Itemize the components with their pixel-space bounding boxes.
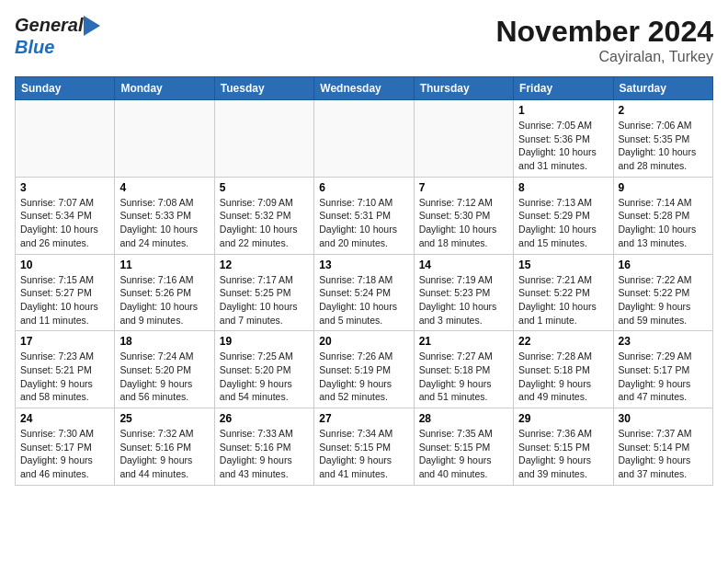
svg-marker-0 bbox=[84, 16, 100, 36]
calendar-cell: 6Sunrise: 7:10 AM Sunset: 5:31 PM Daylig… bbox=[314, 177, 414, 254]
day-info: Sunrise: 7:36 AM Sunset: 5:15 PM Dayligh… bbox=[518, 427, 608, 481]
calendar-week-2: 3Sunrise: 7:07 AM Sunset: 5:34 PM Daylig… bbox=[16, 177, 713, 254]
day-info: Sunrise: 7:09 AM Sunset: 5:32 PM Dayligh… bbox=[220, 196, 309, 250]
day-number: 22 bbox=[518, 335, 608, 348]
calendar-cell bbox=[115, 100, 214, 178]
calendar-cell: 14Sunrise: 7:19 AM Sunset: 5:23 PM Dayli… bbox=[414, 254, 513, 331]
day-number: 1 bbox=[518, 104, 608, 117]
day-info: Sunrise: 7:33 AM Sunset: 5:16 PM Dayligh… bbox=[220, 427, 309, 481]
day-number: 13 bbox=[319, 259, 408, 271]
day-number: 5 bbox=[220, 181, 309, 194]
calendar-cell: 28Sunrise: 7:35 AM Sunset: 5:15 PM Dayli… bbox=[414, 408, 513, 486]
day-info: Sunrise: 7:32 AM Sunset: 5:16 PM Dayligh… bbox=[119, 427, 209, 481]
weekday-header-monday: Monday bbox=[115, 77, 214, 100]
calendar-cell: 8Sunrise: 7:13 AM Sunset: 5:29 PM Daylig… bbox=[514, 177, 613, 254]
day-number: 30 bbox=[619, 412, 708, 425]
weekday-header-saturday: Saturday bbox=[613, 77, 712, 100]
calendar-cell: 12Sunrise: 7:17 AM Sunset: 5:25 PM Dayli… bbox=[214, 254, 313, 331]
calendar-cell: 13Sunrise: 7:18 AM Sunset: 5:24 PM Dayli… bbox=[314, 254, 414, 331]
day-number: 19 bbox=[220, 335, 309, 348]
day-number: 16 bbox=[619, 259, 708, 271]
day-number: 11 bbox=[119, 259, 209, 271]
page-header: General Blue November 2024 Cayiralan, Tu… bbox=[15, 15, 713, 65]
calendar-cell bbox=[16, 100, 115, 178]
day-info: Sunrise: 7:08 AM Sunset: 5:33 PM Dayligh… bbox=[119, 196, 209, 250]
day-number: 27 bbox=[319, 412, 408, 425]
logo-general: General bbox=[15, 15, 83, 36]
calendar-cell: 11Sunrise: 7:16 AM Sunset: 5:26 PM Dayli… bbox=[115, 254, 214, 331]
calendar-cell: 22Sunrise: 7:28 AM Sunset: 5:18 PM Dayli… bbox=[514, 331, 613, 408]
day-number: 3 bbox=[20, 181, 109, 194]
calendar-cell bbox=[414, 100, 513, 178]
day-number: 6 bbox=[319, 181, 408, 194]
day-number: 8 bbox=[518, 181, 608, 194]
day-number: 20 bbox=[319, 335, 408, 348]
day-number: 15 bbox=[518, 259, 608, 271]
calendar-cell bbox=[214, 100, 313, 178]
calendar-cell: 5Sunrise: 7:09 AM Sunset: 5:32 PM Daylig… bbox=[214, 177, 313, 254]
weekday-header-friday: Friday bbox=[514, 77, 613, 100]
day-number: 29 bbox=[518, 412, 608, 425]
day-number: 23 bbox=[619, 335, 708, 348]
logo-blue: Blue bbox=[15, 37, 54, 57]
calendar-cell: 26Sunrise: 7:33 AM Sunset: 5:16 PM Dayli… bbox=[214, 408, 313, 486]
day-number: 2 bbox=[619, 104, 708, 117]
calendar-header-row: SundayMondayTuesdayWednesdayThursdayFrid… bbox=[16, 77, 713, 100]
day-info: Sunrise: 7:23 AM Sunset: 5:21 PM Dayligh… bbox=[20, 350, 109, 404]
calendar-cell: 7Sunrise: 7:12 AM Sunset: 5:30 PM Daylig… bbox=[414, 177, 513, 254]
day-number: 17 bbox=[20, 335, 109, 348]
calendar-week-4: 17Sunrise: 7:23 AM Sunset: 5:21 PM Dayli… bbox=[16, 331, 713, 408]
day-number: 24 bbox=[20, 412, 109, 425]
calendar-cell: 10Sunrise: 7:15 AM Sunset: 5:27 PM Dayli… bbox=[16, 254, 115, 331]
calendar-cell: 2Sunrise: 7:06 AM Sunset: 5:35 PM Daylig… bbox=[613, 100, 712, 178]
day-number: 12 bbox=[220, 259, 309, 271]
logo: General Blue bbox=[15, 15, 100, 58]
day-info: Sunrise: 7:27 AM Sunset: 5:18 PM Dayligh… bbox=[419, 350, 508, 404]
day-info: Sunrise: 7:25 AM Sunset: 5:20 PM Dayligh… bbox=[220, 350, 309, 404]
day-info: Sunrise: 7:13 AM Sunset: 5:29 PM Dayligh… bbox=[518, 196, 608, 250]
day-info: Sunrise: 7:06 AM Sunset: 5:35 PM Dayligh… bbox=[619, 119, 708, 173]
day-number: 9 bbox=[619, 181, 708, 194]
calendar-cell: 23Sunrise: 7:29 AM Sunset: 5:17 PM Dayli… bbox=[613, 331, 712, 408]
weekday-header-tuesday: Tuesday bbox=[214, 77, 313, 100]
calendar-cell: 1Sunrise: 7:05 AM Sunset: 5:36 PM Daylig… bbox=[514, 100, 613, 178]
day-info: Sunrise: 7:05 AM Sunset: 5:36 PM Dayligh… bbox=[518, 119, 608, 173]
day-info: Sunrise: 7:14 AM Sunset: 5:28 PM Dayligh… bbox=[619, 196, 708, 250]
day-info: Sunrise: 7:15 AM Sunset: 5:27 PM Dayligh… bbox=[20, 273, 109, 327]
calendar-cell: 9Sunrise: 7:14 AM Sunset: 5:28 PM Daylig… bbox=[613, 177, 712, 254]
calendar-cell: 15Sunrise: 7:21 AM Sunset: 5:22 PM Dayli… bbox=[514, 254, 613, 331]
calendar-table: SundayMondayTuesdayWednesdayThursdayFrid… bbox=[15, 76, 713, 486]
day-info: Sunrise: 7:19 AM Sunset: 5:23 PM Dayligh… bbox=[419, 273, 508, 327]
day-info: Sunrise: 7:18 AM Sunset: 5:24 PM Dayligh… bbox=[319, 273, 408, 327]
day-number: 7 bbox=[419, 181, 508, 194]
calendar-cell: 24Sunrise: 7:30 AM Sunset: 5:17 PM Dayli… bbox=[16, 408, 115, 486]
title-block: November 2024 Cayiralan, Turkey bbox=[495, 15, 713, 65]
day-info: Sunrise: 7:29 AM Sunset: 5:17 PM Dayligh… bbox=[619, 350, 708, 404]
day-number: 10 bbox=[20, 259, 109, 271]
day-info: Sunrise: 7:07 AM Sunset: 5:34 PM Dayligh… bbox=[20, 196, 109, 250]
day-info: Sunrise: 7:35 AM Sunset: 5:15 PM Dayligh… bbox=[419, 427, 508, 481]
day-number: 28 bbox=[419, 412, 508, 425]
calendar-cell: 3Sunrise: 7:07 AM Sunset: 5:34 PM Daylig… bbox=[16, 177, 115, 254]
day-info: Sunrise: 7:16 AM Sunset: 5:26 PM Dayligh… bbox=[119, 273, 209, 327]
calendar-cell: 18Sunrise: 7:24 AM Sunset: 5:20 PM Dayli… bbox=[115, 331, 214, 408]
calendar-cell: 27Sunrise: 7:34 AM Sunset: 5:15 PM Dayli… bbox=[314, 408, 414, 486]
calendar-week-5: 24Sunrise: 7:30 AM Sunset: 5:17 PM Dayli… bbox=[16, 408, 713, 486]
calendar-cell: 4Sunrise: 7:08 AM Sunset: 5:33 PM Daylig… bbox=[115, 177, 214, 254]
day-info: Sunrise: 7:34 AM Sunset: 5:15 PM Dayligh… bbox=[319, 427, 408, 481]
location-label: Cayiralan, Turkey bbox=[495, 49, 713, 65]
logo-arrow-icon bbox=[84, 16, 100, 36]
calendar-cell: 30Sunrise: 7:37 AM Sunset: 5:14 PM Dayli… bbox=[613, 408, 712, 486]
calendar-cell: 20Sunrise: 7:26 AM Sunset: 5:19 PM Dayli… bbox=[314, 331, 414, 408]
weekday-header-thursday: Thursday bbox=[414, 77, 513, 100]
calendar-cell: 21Sunrise: 7:27 AM Sunset: 5:18 PM Dayli… bbox=[414, 331, 513, 408]
weekday-header-wednesday: Wednesday bbox=[314, 77, 414, 100]
day-info: Sunrise: 7:17 AM Sunset: 5:25 PM Dayligh… bbox=[220, 273, 309, 327]
day-number: 14 bbox=[419, 259, 508, 271]
calendar-cell: 25Sunrise: 7:32 AM Sunset: 5:16 PM Dayli… bbox=[115, 408, 214, 486]
day-info: Sunrise: 7:22 AM Sunset: 5:22 PM Dayligh… bbox=[619, 273, 708, 327]
day-info: Sunrise: 7:21 AM Sunset: 5:22 PM Dayligh… bbox=[518, 273, 608, 327]
calendar-cell: 29Sunrise: 7:36 AM Sunset: 5:15 PM Dayli… bbox=[514, 408, 613, 486]
calendar-cell: 19Sunrise: 7:25 AM Sunset: 5:20 PM Dayli… bbox=[214, 331, 313, 408]
calendar-week-3: 10Sunrise: 7:15 AM Sunset: 5:27 PM Dayli… bbox=[16, 254, 713, 331]
